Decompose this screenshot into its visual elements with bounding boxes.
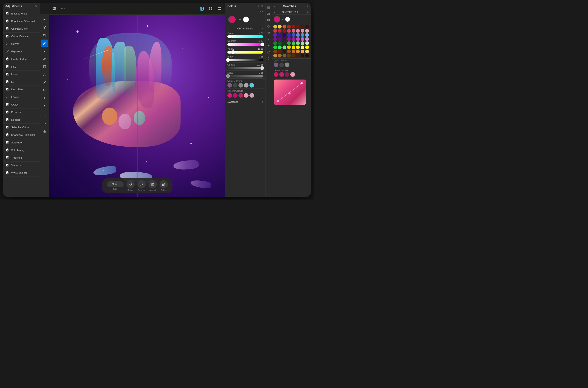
swatch-4-1[interactable] (278, 41, 282, 45)
swatches-settings-icon[interactable]: ✎ (306, 5, 309, 8)
adjustment-item-exposure[interactable]: Exposure (3, 48, 40, 55)
adjustment-item-curves[interactable]: Curves (3, 40, 40, 48)
adjustment-item-recolour[interactable]: Recolour (3, 116, 40, 124)
crop-tool[interactable] (41, 32, 48, 39)
recent-colour-4[interactable] (249, 93, 254, 98)
swatch-0-1[interactable] (278, 25, 282, 28)
recent-colour-3[interactable] (244, 93, 249, 98)
swatch-7-4[interactable] (292, 54, 295, 57)
noise-slider[interactable] (227, 75, 263, 77)
zoom-tool[interactable] (41, 86, 48, 94)
question-icon[interactable]: ? (266, 56, 271, 61)
swatch-4-6[interactable] (301, 41, 304, 45)
swatch-7-6[interactable] (301, 54, 304, 57)
swatch-4-7[interactable] (305, 41, 309, 45)
swatch-6-0[interactable] (273, 50, 277, 53)
opacity-slider[interactable] (227, 67, 263, 70)
rectangle-tool[interactable] (41, 63, 48, 70)
eyedropper-icon[interactable]: ✒ (238, 17, 242, 22)
canvas-area[interactable]: ✦ ✦ ✦ ✦ • • ✦ • ✦ • ✦ (49, 15, 225, 197)
quick-colour-2[interactable] (238, 83, 243, 88)
adjustment-item-threshold[interactable]: Threshold (3, 154, 40, 162)
undo-icon[interactable]: ↩ (41, 120, 48, 128)
swatch-5-6[interactable] (301, 46, 304, 49)
more-button[interactable]: ••• (59, 5, 67, 13)
swatch-5-5[interactable] (296, 46, 300, 49)
swatch-6-5[interactable] (296, 50, 300, 53)
swatch-4-5[interactable] (296, 41, 300, 45)
adjustment-item-splittoning[interactable]: Split Toning (3, 146, 40, 154)
adjustment-item-hsl[interactable]: HSL (3, 63, 40, 71)
swatch-0-5[interactable] (296, 25, 300, 28)
swatch-2-2[interactable] (283, 33, 286, 37)
quick-colour-1[interactable] (233, 83, 237, 88)
recent-colour-2[interactable] (238, 93, 243, 98)
swatch-3-2[interactable] (283, 37, 286, 41)
black-slider[interactable] (227, 59, 263, 61)
swatches-back-icon[interactable]: ‹ (274, 5, 275, 8)
select-tool[interactable] (41, 16, 48, 24)
swatch-1-6[interactable] (301, 29, 304, 33)
text-tool[interactable]: A (41, 71, 48, 78)
magenta-slider[interactable] (227, 43, 263, 46)
swatch-2-5[interactable] (296, 33, 300, 37)
swatch-0-7[interactable] (305, 25, 309, 28)
swatch-1-0[interactable] (273, 29, 277, 33)
sw-recent-colour-2[interactable] (285, 72, 289, 77)
swatches-link[interactable]: Swatches › (225, 99, 265, 105)
delete-icon[interactable]: 🗑 (41, 128, 48, 135)
swatch-6-3[interactable] (287, 50, 291, 53)
erase-tool[interactable] (41, 55, 48, 63)
swatch-3-0[interactable] (273, 37, 277, 41)
swatch-7-5[interactable] (296, 54, 300, 57)
swatch-6-4[interactable] (292, 50, 295, 53)
adjustment-item-gradient[interactable]: Gradient Map (3, 55, 40, 63)
yellow-slider[interactable] (227, 51, 263, 53)
swatch-2-6[interactable] (301, 33, 304, 37)
swatch-6-6[interactable] (301, 50, 304, 53)
view-button[interactable] (198, 5, 206, 13)
swatches-nav-prev[interactable]: ‹ (274, 11, 275, 14)
hand-tool[interactable] (41, 94, 48, 102)
swatch-6-1[interactable] (278, 50, 282, 53)
swatch-0-2[interactable] (283, 25, 286, 28)
sw-quick-colour-1[interactable] (279, 63, 284, 67)
swatches-nav-grid-icon[interactable]: ⊞ (307, 11, 309, 14)
recent-colour-0[interactable] (227, 93, 232, 98)
swatch-7-2[interactable] (283, 54, 286, 57)
adjustment-item-selective[interactable]: Selective Colour (3, 124, 40, 131)
swatch-3-3[interactable] (287, 37, 291, 41)
swatch-2-4[interactable] (292, 33, 295, 37)
eyedropper-tool[interactable] (41, 79, 48, 86)
layers-icon[interactable] (266, 5, 271, 10)
swatch-3-1[interactable] (278, 37, 282, 41)
clock-icon[interactable] (266, 50, 271, 55)
swatch-0-4[interactable] (292, 25, 295, 28)
histogram-icon[interactable] (266, 11, 271, 16)
back-button[interactable]: ← (42, 5, 49, 13)
swatch-3-4[interactable] (292, 37, 295, 41)
sw-recent-colour-3[interactable] (290, 72, 295, 77)
adjustment-item-vibrance[interactable]: Vibrance (3, 162, 40, 169)
swatch-7-1[interactable] (278, 54, 282, 57)
brush-tool[interactable] (41, 40, 48, 47)
adjustment-item-channel[interactable]: Channel Mixer (3, 25, 40, 33)
reverse-button[interactable]: ⇄ (137, 180, 146, 189)
recent-colour-1[interactable] (233, 93, 237, 98)
swatches-bg-swatch[interactable] (285, 17, 290, 22)
fg-colour-swatch[interactable] (228, 16, 236, 23)
adjustment-item-whitebalance[interactable]: White Balance (3, 169, 40, 177)
swatch-0-0[interactable] (273, 25, 277, 28)
adjustment-item-bw[interactable]: Black & White (3, 10, 40, 18)
swatch-1-1[interactable] (278, 29, 282, 33)
layout-button[interactable] (215, 5, 223, 13)
pen-tool[interactable] (41, 47, 48, 55)
filter-icon[interactable]: ✦ (41, 102, 48, 109)
adjustment-item-ocio[interactable]: OCIO (3, 101, 40, 108)
swatches-list-icon[interactable]: ≡ (304, 5, 305, 8)
sw-quick-colour-0[interactable] (274, 63, 278, 67)
swatches-eyedropper-icon[interactable]: ✒ (282, 18, 284, 21)
move-tool[interactable] (41, 24, 48, 31)
swatch-4-3[interactable] (287, 41, 291, 45)
bg-colour-swatch[interactable] (243, 17, 249, 23)
